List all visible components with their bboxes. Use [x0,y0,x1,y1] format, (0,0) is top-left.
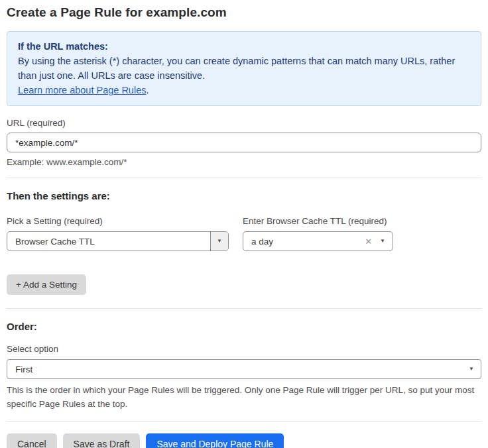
order-select-label: Select option [7,344,481,354]
save-and-deploy-button[interactable]: Save and Deploy Page Rule [146,433,284,448]
url-example-helper: Example: www.example.com/* [7,157,481,167]
learn-more-link[interactable]: Learn more about Page Rules [18,85,146,95]
section-divider-1 [7,178,481,178]
setting-picker-column: Pick a Setting (required) Browser Cache … [7,216,229,251]
add-setting-button[interactable]: + Add a Setting [7,274,86,295]
page-title: Create a Page Rule for example.com [7,5,481,20]
cancel-button[interactable]: Cancel [7,433,57,448]
ttl-picker-dropdown[interactable]: a day ✕ ▼ [243,231,393,251]
ttl-picker-label: Enter Browser Cache TTL (required) [243,216,393,226]
ttl-picker-column: Enter Browser Cache TTL (required) a day… [243,216,393,251]
setting-picker-label: Pick a Setting (required) [7,216,229,226]
url-input[interactable] [7,133,481,152]
clear-icon[interactable]: ✕ [365,237,372,246]
url-field-label: URL (required) [7,118,481,128]
actions-row: Cancel Save as Draft Save and Deploy Pag… [7,433,481,448]
link-suffix: . [146,85,149,95]
ttl-picker-controls: ✕ ▼ [365,237,393,246]
info-box-heading: If the URL matches: [18,39,470,54]
section-divider-2 [7,308,481,309]
url-matches-info-box: If the URL matches: By using the asteris… [7,31,481,106]
ttl-picker-value: a day [243,237,365,247]
info-box-body: By using the asterisk (*) character, you… [18,54,470,83]
save-as-draft-button[interactable]: Save as Draft [63,433,141,448]
order-helper-text: This is the order in which your Page Rul… [7,383,481,411]
setting-picker-arrow-segment[interactable]: ▼ [210,232,228,251]
order-select-value: First [15,364,32,374]
chevron-down-icon: ▼ [217,239,222,244]
page-rule-form: Create a Page Rule for example.com If th… [0,0,488,448]
settings-section-heading: Then the settings are: [7,190,481,201]
order-section-heading: Order: [7,321,481,332]
chevron-down-icon: ▼ [380,239,385,244]
order-select[interactable]: First ▼ [7,359,481,379]
info-box-link-line: Learn more about Page Rules. [18,83,470,97]
setting-picker-value: Browser Cache TTL [7,237,210,247]
chevron-down-icon: ▼ [469,366,474,372]
setting-picker-dropdown[interactable]: Browser Cache TTL ▼ [7,231,229,251]
actions-divider [7,421,481,422]
settings-row: Pick a Setting (required) Browser Cache … [7,216,481,251]
